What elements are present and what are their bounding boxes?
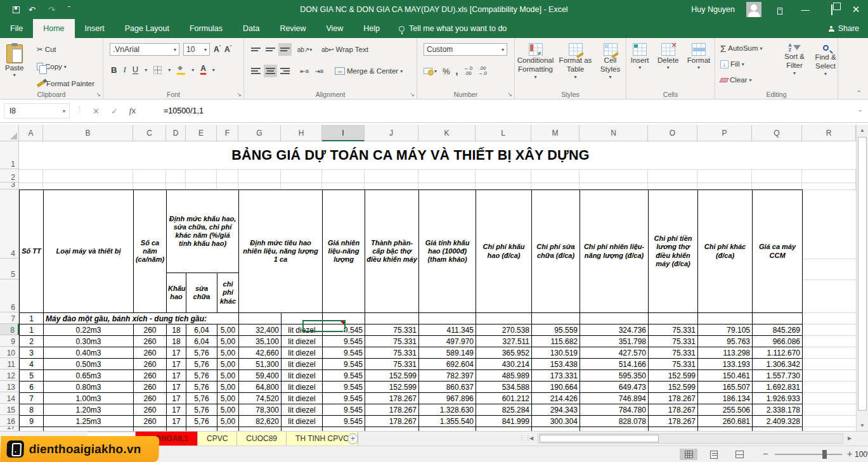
comma-icon[interactable]: , — [456, 66, 458, 76]
cell[interactable]: 214.426 — [532, 393, 580, 404]
cell[interactable]: 1.112.670 — [753, 347, 803, 359]
cell[interactable]: 534.588 — [476, 382, 532, 393]
column-header-F[interactable]: F — [217, 125, 238, 141]
row-header-10[interactable]: 10 — [0, 347, 19, 358]
cell[interactable]: 845.269 — [753, 324, 803, 336]
ribbon-display-options-icon[interactable]: ⌃ — [773, 5, 787, 15]
cell[interactable]: 1.355.540 — [419, 416, 476, 427]
cell[interactable]: 692.604 — [419, 359, 476, 370]
cell[interactable] — [580, 313, 649, 324]
page-layout-view-icon[interactable] — [705, 449, 723, 460]
cell[interactable]: 260 — [134, 359, 167, 370]
cell[interactable]: 75.331 — [365, 336, 419, 347]
cell[interactable]: 9.545 — [323, 393, 365, 404]
cell[interactable]: 59,400 — [239, 370, 282, 382]
cell[interactable]: 75.331 — [365, 347, 419, 359]
column-header-O[interactable]: O — [648, 125, 697, 141]
ribbon-tab-home[interactable]: Home — [33, 19, 74, 38]
clear-button[interactable]: Clear▾ — [720, 74, 763, 86]
cell[interactable]: 75.331 — [649, 347, 698, 359]
ribbon-tab-data[interactable]: Data — [233, 19, 269, 38]
row-header-1[interactable]: 1 — [0, 141, 19, 169]
row-header-16[interactable]: 16 — [0, 415, 19, 427]
cell[interactable]: 17 — [167, 370, 186, 382]
cell[interactable]: 17 — [167, 382, 186, 393]
cell[interactable]: 42,660 — [239, 347, 282, 359]
horizontal-scroll-thumb[interactable] — [540, 435, 659, 442]
copy-button[interactable]: Copy▾ — [37, 60, 94, 73]
cell[interactable]: 18 — [167, 324, 186, 336]
cell[interactable]: 1.692.831 — [753, 382, 803, 393]
cell[interactable]: 8 — [20, 404, 44, 416]
cell[interactable]: lit diezel — [282, 404, 323, 416]
cell[interactable]: 601.212 — [476, 393, 532, 404]
horizontal-scrollbar[interactable] — [538, 433, 843, 444]
cell[interactable] — [476, 313, 532, 324]
column-header-G[interactable]: G — [238, 125, 281, 141]
cell[interactable]: 79.105 — [698, 324, 753, 336]
cell[interactable]: 152.599 — [365, 370, 419, 382]
cell[interactable]: 2.409.328 — [753, 416, 803, 427]
cell[interactable]: 75.331 — [365, 324, 419, 336]
cell[interactable]: lit diezel — [282, 416, 323, 427]
row-header-14[interactable]: 14 — [0, 392, 19, 404]
header-cell[interactable]: chi phí khác — [217, 273, 239, 313]
select-all-corner[interactable] — [0, 125, 19, 141]
cell[interactable]: 966.086 — [753, 336, 803, 347]
clipboard-dialog-launcher-icon[interactable]: ↘ — [96, 91, 101, 98]
header-cell[interactable]: Số ca năm (ca/năm) — [134, 190, 167, 313]
cell[interactable]: 1.557.730 — [753, 370, 803, 382]
cell[interactable]: Máy đào một gầu, bánh xích - dung tích g… — [44, 313, 239, 324]
cell[interactable]: 7 — [20, 393, 44, 404]
font-dialog-launcher-icon[interactable]: ↘ — [236, 91, 242, 98]
name-box-dropdown-icon[interactable]: ▾ — [63, 108, 69, 114]
cell[interactable]: 4 — [20, 359, 44, 370]
cell[interactable]: 17 — [167, 359, 186, 370]
fill-button[interactable]: ↓Fill▾ — [720, 58, 763, 70]
cell[interactable]: 5,00 — [217, 382, 239, 393]
cell[interactable]: 75.331 — [365, 359, 419, 370]
scroll-left-icon[interactable]: ◀ — [526, 433, 536, 444]
column-header-E[interactable]: E — [186, 125, 217, 141]
fill-color-icon[interactable] — [177, 67, 185, 73]
cell[interactable]: 5,00 — [217, 393, 239, 404]
cell[interactable]: 0.40m3 — [44, 347, 134, 359]
vertical-scrollbar[interactable]: ▲ ▼ — [856, 125, 868, 431]
font-size-combo[interactable]: 10▾ — [183, 43, 210, 56]
cell[interactable]: 2.338.178 — [753, 404, 803, 416]
format-as-table-button[interactable]: Format as Table▾ — [557, 39, 594, 80]
cell[interactable]: 51,300 — [239, 359, 282, 370]
cell[interactable]: 5,76 — [186, 347, 217, 359]
row-header-15[interactable]: 15 — [0, 404, 19, 415]
cell[interactable]: 178.267 — [365, 404, 419, 416]
cell[interactable]: 9.545 — [323, 336, 365, 347]
wrap-text-button[interactable]: ab↩Wrap Text — [321, 43, 368, 56]
cell[interactable]: 5 — [20, 370, 44, 382]
zoom-in-icon[interactable]: + — [847, 449, 852, 459]
cell[interactable]: 260 — [134, 393, 167, 404]
column-header-B[interactable]: B — [43, 125, 133, 141]
cell[interactable]: 32,400 — [239, 324, 282, 336]
header-cell[interactable]: Chi phí nhiên liệu-năng lượng (đ/ca) — [580, 190, 649, 313]
sheet-tab-cuoc89[interactable]: CUOC89 — [237, 432, 287, 446]
cell[interactable] — [419, 313, 476, 324]
row-header-5[interactable]: 5 — [0, 259, 19, 279]
zoom-out-icon[interactable]: − — [763, 449, 768, 459]
cell[interactable]: 115.682 — [532, 336, 580, 347]
cell[interactable]: 186.134 — [698, 393, 753, 404]
column-header-K[interactable]: K — [418, 125, 476, 141]
cell[interactable]: 260 — [134, 336, 167, 347]
header-cell[interactable]: Giá tính khấu hao (1000đ) (tham khảo) — [419, 190, 476, 313]
cell[interactable]: 1 — [20, 324, 44, 336]
cell[interactable]: 327.511 — [476, 336, 532, 347]
column-header-D[interactable]: D — [166, 125, 186, 141]
cell[interactable]: 9 — [20, 416, 44, 427]
cell[interactable]: 1.00m3 — [44, 393, 134, 404]
formula-bar-expand-icon[interactable]: ⌄ — [858, 106, 863, 113]
alignment-dialog-launcher-icon[interactable]: ↘ — [410, 91, 415, 98]
cell[interactable]: 178.267 — [365, 416, 419, 427]
cell[interactable]: 5,76 — [186, 404, 217, 416]
vertical-scroll-thumb[interactable] — [858, 137, 867, 411]
accounting-format-icon[interactable]: ▾ — [424, 65, 437, 77]
cell[interactable]: 6,04 — [186, 324, 217, 336]
